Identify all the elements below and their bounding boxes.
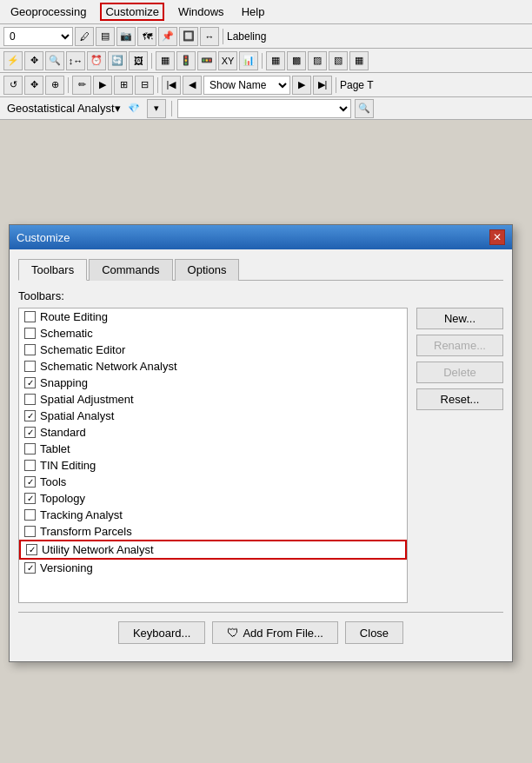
customize-dialog: Customize ✕ Toolbars Commands Options To… bbox=[9, 224, 513, 662]
toolbar-btn-35[interactable]: ▶| bbox=[313, 76, 332, 95]
dialog-close-button[interactable]: ✕ bbox=[489, 229, 505, 245]
list-item[interactable]: Route Editing bbox=[19, 309, 407, 325]
keyboard-button[interactable]: Keyboard... bbox=[118, 621, 206, 644]
toolbar-btn-24[interactable]: ▦ bbox=[349, 51, 369, 70]
list-item[interactable]: Tablet bbox=[19, 441, 407, 457]
checkbox-spatial-analyst[interactable] bbox=[24, 410, 36, 421]
toolbar-btn-8[interactable]: ⚡ bbox=[3, 51, 23, 70]
list-item[interactable]: Spatial Adjustment bbox=[19, 391, 407, 408]
toolbar-btn-22[interactable]: ▨ bbox=[308, 51, 327, 70]
list-item[interactable]: TIN Editing bbox=[19, 457, 407, 474]
tab-bar: Toolbars Commands Options bbox=[18, 258, 503, 281]
tab-commands[interactable]: Commands bbox=[89, 259, 172, 281]
toolbar-btn-10[interactable]: 🔍 bbox=[45, 51, 64, 70]
content-row: Route Editing Schematic Schematic Editor… bbox=[18, 308, 503, 603]
menu-windows[interactable]: Windows bbox=[175, 4, 228, 19]
toolbar-row-1: 0 🖊 ▤ 📷 🗺 📌 🔲 ↔ Labeling bbox=[0, 24, 532, 49]
toolbar-btn-5[interactable]: 📌 bbox=[158, 27, 177, 46]
toolbar-btn-9[interactable]: ✥ bbox=[24, 51, 43, 70]
toolbar-btn-28[interactable]: ✏ bbox=[72, 76, 91, 95]
geo-search-btn[interactable]: 🔍 bbox=[355, 99, 374, 118]
checkbox-transform-parcels[interactable] bbox=[24, 526, 36, 537]
geo-dropdown[interactable] bbox=[177, 99, 351, 118]
list-item[interactable]: Versioning bbox=[19, 560, 407, 576]
checkbox-schematic-editor[interactable] bbox=[24, 344, 36, 355]
toolbar-btn-20[interactable]: ▦ bbox=[266, 51, 285, 70]
list-item[interactable]: Tools bbox=[19, 474, 407, 490]
toolbar-dropdown-1[interactable]: 0 bbox=[3, 27, 73, 46]
toolbar-list-container[interactable]: Route Editing Schematic Schematic Editor… bbox=[18, 308, 408, 603]
tab-toolbars[interactable]: Toolbars bbox=[18, 259, 87, 281]
toolbar-btn-25[interactable]: ↺ bbox=[3, 76, 23, 95]
checkbox-versioning[interactable] bbox=[24, 562, 36, 574]
list-item[interactable]: Topology bbox=[19, 490, 407, 507]
toolbar-btn-15[interactable]: ▦ bbox=[156, 51, 175, 70]
list-item[interactable]: Standard bbox=[19, 424, 407, 441]
close-button[interactable]: Close bbox=[345, 621, 403, 644]
list-item[interactable]: Schematic bbox=[19, 325, 407, 342]
toolbar-btn-30[interactable]: ⊞ bbox=[114, 76, 133, 95]
toolbar-btn-18[interactable]: XY bbox=[218, 51, 237, 70]
checkbox-tin-editing[interactable] bbox=[24, 460, 36, 471]
menu-help[interactable]: Help bbox=[238, 4, 269, 19]
separator-1 bbox=[223, 29, 223, 44]
add-from-file-button[interactable]: 🛡 Add From File... bbox=[212, 621, 337, 644]
geo-label[interactable]: Geostatistical Analyst▾ bbox=[7, 102, 121, 115]
toolbar-btn-6[interactable]: 🔲 bbox=[179, 27, 198, 46]
toolbar-btn-14[interactable]: 🖼 bbox=[129, 51, 148, 70]
list-item[interactable]: Spatial Analyst bbox=[19, 408, 407, 424]
toolbar-btn-34[interactable]: ▶ bbox=[292, 76, 311, 95]
list-item[interactable]: Schematic Network Analyst bbox=[19, 358, 407, 375]
checkbox-schematic[interactable] bbox=[24, 328, 36, 339]
checkbox-utility-network[interactable] bbox=[26, 544, 37, 555]
toolbar-btn-4[interactable]: 🗺 bbox=[137, 27, 156, 46]
checkbox-snapping[interactable] bbox=[24, 377, 36, 388]
checkbox-spatial-adjustment[interactable] bbox=[24, 394, 36, 405]
page-t-label: Page T bbox=[340, 79, 373, 91]
toolbar-btn-23[interactable]: ▧ bbox=[329, 51, 348, 70]
tab-options[interactable]: Options bbox=[175, 259, 240, 281]
delete-button[interactable]: Delete bbox=[416, 362, 503, 383]
checkbox-topology[interactable] bbox=[24, 493, 36, 504]
toolbar-btn-32[interactable]: |◀ bbox=[162, 76, 181, 95]
toolbar-btn-17[interactable]: 🚥 bbox=[197, 51, 216, 70]
toolbar-btn-33[interactable]: ◀ bbox=[183, 76, 202, 95]
toolbar-btn-2[interactable]: ▤ bbox=[96, 27, 115, 46]
checkbox-tracking-analyst[interactable] bbox=[24, 509, 36, 521]
list-item-utility-network[interactable]: Utility Network Analyst bbox=[19, 540, 407, 560]
list-item[interactable]: Tracking Analyst bbox=[19, 507, 407, 523]
toolbar-row-3: ↺ ✥ ⊕ ✏ ▶ ⊞ ⊟ |◀ ◀ Show Name ▶ ▶| Page T bbox=[0, 73, 532, 97]
reset-button[interactable]: Reset... bbox=[416, 388, 503, 410]
toolbar-btn-27[interactable]: ⊕ bbox=[45, 76, 64, 95]
geo-arrow-btn[interactable]: ▾ bbox=[147, 99, 166, 118]
toolbar-btn-13[interactable]: 🔄 bbox=[108, 51, 127, 70]
checkbox-standard[interactable] bbox=[24, 427, 36, 438]
toolbars-section-label: Toolbars: bbox=[18, 289, 503, 302]
toolbar-btn-19[interactable]: 📊 bbox=[239, 51, 258, 70]
labeling-label: Labeling bbox=[227, 30, 266, 43]
checkbox-tablet[interactable] bbox=[24, 443, 36, 454]
new-button[interactable]: New... bbox=[416, 308, 503, 329]
list-item[interactable]: Transform Parcels bbox=[19, 523, 407, 540]
toolbar-btn-11[interactable]: ↕↔ bbox=[66, 51, 85, 70]
geo-icon[interactable]: 💎 bbox=[124, 99, 143, 118]
checkbox-schematic-network[interactable] bbox=[24, 361, 36, 372]
rename-button[interactable]: Rename... bbox=[416, 335, 503, 356]
list-item[interactable]: Schematic Editor bbox=[19, 342, 407, 358]
toolbar-btn-31[interactable]: ⊟ bbox=[135, 76, 154, 95]
show-name-dropdown[interactable]: Show Name bbox=[203, 76, 290, 95]
toolbar-btn-21[interactable]: ▩ bbox=[287, 51, 306, 70]
toolbar-btn-7[interactable]: ↔ bbox=[200, 27, 219, 46]
toolbar-btn-3[interactable]: 📷 bbox=[116, 27, 136, 46]
checkbox-tools[interactable] bbox=[24, 476, 36, 488]
checkbox-route-editing[interactable] bbox=[24, 311, 36, 322]
toolbar-btn-29[interactable]: ▶ bbox=[93, 76, 112, 95]
menu-customize[interactable]: Customize bbox=[100, 3, 163, 21]
menu-geoprocessing[interactable]: Geoprocessing bbox=[7, 4, 90, 19]
toolbar-btn-26[interactable]: ✥ bbox=[24, 76, 43, 95]
toolbar-btn-1[interactable]: 🖊 bbox=[75, 27, 94, 46]
toolbar-btn-12[interactable]: ⏰ bbox=[87, 51, 106, 70]
list-item[interactable]: Snapping bbox=[19, 375, 407, 391]
separator-4 bbox=[68, 77, 69, 93]
toolbar-btn-16[interactable]: 🚦 bbox=[176, 51, 196, 70]
